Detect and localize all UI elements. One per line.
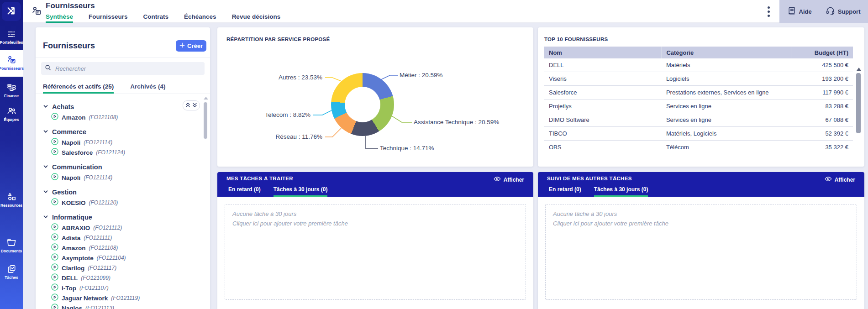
my-tasks-title: MES TÂCHES À TRAITER (226, 176, 293, 181)
table-scroll-up-arrow[interactable] (857, 68, 861, 71)
kebab-menu-button[interactable] (763, 5, 773, 18)
tree-category[interactable]: Gestion (43, 187, 204, 198)
sidebar-item-documents[interactable]: Documents (0, 236, 23, 255)
tree-category[interactable]: Commerce (43, 126, 204, 137)
my-tasks-tabs: En retard (0)Tâches à 30 jours (0) (228, 186, 327, 197)
support-button[interactable]: Support (823, 5, 863, 17)
play-circle-icon (51, 304, 58, 309)
suppliers-panel-title: Fournisseurs (43, 41, 95, 51)
tree-item[interactable]: Amazon(FO121108) (43, 243, 204, 253)
header-tab-fournisseurs[interactable]: Fournisseurs (89, 12, 128, 23)
table-row[interactable]: ProjetlysServices en ligne83 288 € (544, 100, 853, 113)
topbar: Fournisseurs SynthèseFournisseursContrat… (23, 0, 868, 23)
play-circle-icon (51, 138, 58, 147)
help-button[interactable]: Aide (784, 6, 815, 17)
column-header[interactable]: Catégorie (662, 47, 791, 58)
header-tab-echeances[interactable]: Échéances (184, 12, 216, 23)
task-tab[interactable]: En retard (0) (228, 186, 261, 197)
play-circle-icon (51, 233, 58, 242)
sidebar-item-finance[interactable]: Finance (0, 80, 23, 100)
play-circle-icon (51, 243, 58, 252)
play-circle-icon (51, 148, 58, 157)
search-icon (45, 64, 51, 73)
column-header[interactable]: Budget (HT) (791, 47, 853, 58)
tree-item[interactable]: Salesforce(FO121124) (43, 147, 204, 157)
logo-arrows-icon (5, 5, 17, 18)
chart-label: Métier : 20.59% (400, 71, 443, 79)
tree-category[interactable]: Informatique (43, 212, 204, 223)
chart-label: Réseau : 11.76% (275, 133, 322, 141)
tree-item[interactable]: Clarilog(FO121117) (43, 263, 204, 273)
sidebar-item-ressources[interactable]: Ressources (0, 190, 23, 209)
table-row[interactable]: SalesforcePrestations externes, Services… (544, 86, 853, 100)
sidebar-item-fournisseurs[interactable]: Fournisseurs (0, 50, 23, 77)
tree-category[interactable]: Achats (43, 101, 204, 112)
sidebar-item-taches[interactable]: Tâches (0, 262, 23, 281)
table-row[interactable]: ViserisLogiciels193 200 € (544, 72, 853, 86)
sidebar-item-portefeuilles[interactable]: Portefeuilles (0, 27, 23, 47)
play-circle-icon (51, 173, 58, 182)
search-input[interactable] (54, 65, 201, 73)
tree-item[interactable]: Napoli(FO121114) (43, 137, 204, 147)
other-tasks-title: SUIVI DE MES AUTRES TÂCHES (547, 176, 632, 181)
task-tab[interactable]: Tâches à 30 jours (0) (594, 186, 648, 197)
services-chart-panel: RÉPARTITION PAR SERVICE PROPOSÉ Métier :… (217, 27, 533, 167)
tree-item[interactable]: Napoli(FO121114) (43, 173, 204, 183)
my-tasks-empty-state[interactable]: Aucune tâche à 30 jours Cliquer ici pour… (225, 204, 526, 300)
task-tab[interactable]: Tâches à 30 jours (0) (274, 186, 328, 197)
supplier-tree: AchatsAmazon(FO121108)CommerceNapoli(FO1… (36, 95, 210, 309)
play-circle-icon (51, 273, 58, 283)
list-scrollbar-thumb[interactable] (204, 102, 207, 139)
tree-category[interactable]: Communication (43, 162, 204, 173)
tree-item[interactable]: Amazon(FO121108) (43, 112, 204, 122)
portfolio-icon (6, 29, 16, 39)
column-header[interactable]: Nom (544, 47, 662, 58)
chevron-down-icon (43, 163, 48, 171)
top-suppliers-table: NomCatégorieBudget (HT) DELLMatériels425… (544, 47, 853, 154)
table-row[interactable]: OBSTélécom35 322 € (544, 141, 853, 154)
table-row[interactable]: DELLMatériels425 500 € (544, 58, 853, 72)
tree-item[interactable]: DELL(FO121099) (43, 273, 204, 283)
book-icon (787, 6, 796, 17)
header-tab-synthese[interactable]: Synthèse (46, 12, 73, 23)
eye-icon (825, 175, 832, 184)
chevron-down-icon (43, 188, 48, 196)
header-tab-revue-decisions[interactable]: Revue décisions (232, 12, 281, 23)
list-scroll-up-arrow[interactable] (204, 97, 208, 100)
header-tab-contrats[interactable]: Contrats (143, 12, 169, 23)
help-support-box: Aide Support (779, 0, 868, 23)
other-tasks-show-button[interactable]: Afficher (822, 175, 858, 184)
table-scrollbar-thumb[interactable] (856, 73, 861, 133)
app-logo[interactable] (2, 2, 21, 21)
play-circle-icon (51, 293, 58, 303)
other-tasks-tabs: En retard (0)Tâches à 30 jours (0) (549, 186, 648, 197)
tree-item[interactable]: Adista(FO121111) (43, 233, 204, 243)
headset-icon (826, 6, 835, 17)
finance-icon (6, 82, 17, 93)
plus-icon (179, 42, 185, 49)
donut-ring[interactable] (331, 73, 394, 136)
sidebar-item-equipes[interactable]: Équipes (0, 104, 23, 123)
tree-item[interactable]: Nagios(FO121113) (43, 303, 204, 309)
suppliers-tab[interactable]: Référencés et actifs (25) (43, 80, 114, 94)
tree-item[interactable]: ABRAXIO(FO121112) (43, 223, 204, 233)
page-title: Fournisseurs (46, 1, 95, 10)
chevron-down-icon (43, 103, 48, 111)
suppliers-tab[interactable]: Archivés (4) (130, 80, 165, 94)
task-tab[interactable]: En retard (0) (549, 186, 581, 197)
table-row[interactable]: DIMO SoftwareServices en ligne67 088 € (544, 113, 853, 127)
tree-item[interactable]: i-Top(FO121107) (43, 283, 204, 293)
other-tasks-empty-state[interactable]: Aucune tâche à 30 jours Cliquer ici pour… (545, 204, 857, 300)
create-supplier-button[interactable]: Créer (176, 40, 206, 52)
tree-item[interactable]: KOESIO(FO121120) (43, 198, 204, 208)
play-circle-icon (51, 263, 58, 272)
play-circle-icon (51, 223, 58, 232)
play-circle-icon (51, 198, 58, 207)
top-suppliers-panel: TOP 10 FOURNISSEURS NomCatégorieBudget (… (538, 27, 864, 167)
table-row[interactable]: TIBCOMatériels, Logiciels52 392 € (544, 127, 853, 141)
chart-label: Autres : 23.53% (279, 73, 322, 82)
tree-item[interactable]: Asymptote(FO121104) (43, 253, 204, 263)
tree-item[interactable]: Jaguar Network(FO121119) (43, 293, 204, 303)
my-tasks-show-button[interactable]: Afficher (491, 175, 527, 184)
play-circle-icon (51, 283, 58, 293)
